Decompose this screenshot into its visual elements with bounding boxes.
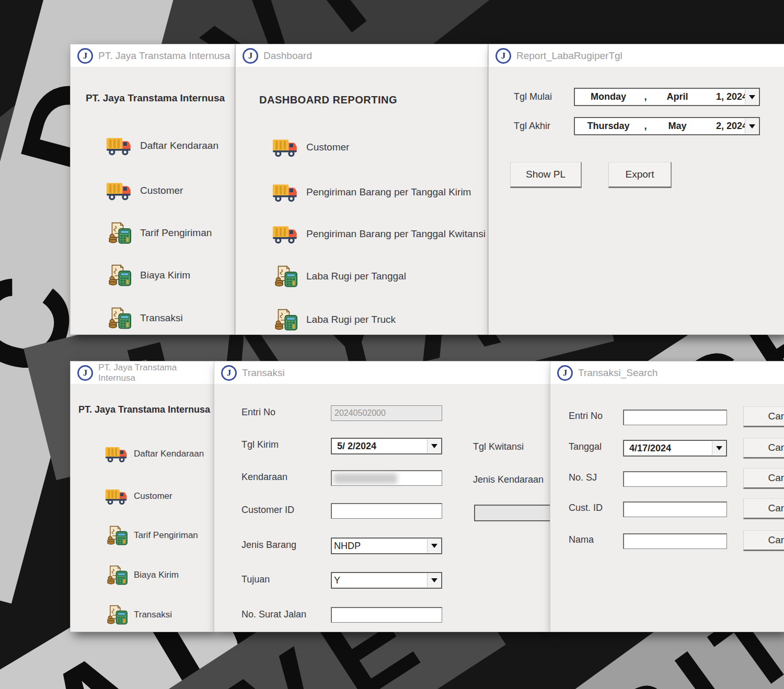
search-nama-label: Nama: [569, 534, 594, 545]
search-tanggal-datepicker[interactable]: 4/17/2024: [623, 440, 727, 457]
export-button[interactable]: Export: [608, 162, 672, 188]
calculator-receipt-icon: [272, 309, 299, 331]
tgl-mulai-datepicker[interactable]: Monday , April 1, 2024: [574, 88, 760, 106]
app-logo-icon: J: [77, 48, 93, 64]
kendaraan-label: Kendaraan: [241, 472, 287, 483]
tgl-mulai-label: Tgl Mulai: [514, 91, 552, 102]
chevron-down-icon[interactable]: [427, 439, 441, 453]
tgl-kwitansi-label: Tgl Kwitansi: [473, 441, 524, 452]
datepicker-day: Monday: [575, 91, 642, 102]
menu-label: Biaya Kirim: [134, 570, 179, 580]
titlebar[interactable]: J Dashboard: [236, 44, 488, 67]
tgl-kirim-datepicker[interactable]: 5/ 2/2024: [331, 438, 442, 454]
combo-value: Y: [332, 575, 340, 586]
window-title: Report_LabaRugiperTgl: [516, 50, 622, 62]
show-pl-button[interactable]: Show PL: [510, 162, 582, 188]
calculator-receipt-icon: [106, 222, 133, 244]
dashboard-item-pengiriman-per-tanggal-kwitansi[interactable]: Pengiriman Barang per Tanggal Kwitansi: [272, 223, 486, 245]
no-surat-jalan-label: No. Surat Jalan: [241, 609, 306, 620]
dashboard-item-pengiriman-per-tanggal-kirim[interactable]: Pengiriman Barang per Tanggal Kirim: [272, 181, 471, 203]
window-transaksi-search: J Transaksi_Search Entri No Cari Tanggal…: [550, 361, 784, 632]
menu-label: Customer: [306, 142, 349, 153]
chevron-down-icon[interactable]: [427, 539, 441, 553]
search-entri-no-field[interactable]: [623, 410, 727, 425]
app-logo-icon: J: [243, 48, 258, 64]
calculator-receipt-icon: [105, 605, 129, 625]
calculator-receipt-icon: [106, 264, 133, 286]
truck-icon: [272, 136, 299, 158]
combo-value: 4/17/2024: [624, 443, 671, 454]
tgl-akhir-label: Tgl Akhir: [514, 121, 550, 132]
search-no-sj-field[interactable]: [623, 471, 727, 487]
dashboard-item-laba-rugi-per-tanggal[interactable]: Laba Rugi per Tanggal: [272, 265, 406, 287]
window-title: PT. Jaya Transtama Internusa: [98, 363, 214, 383]
sidebar-item-tarif-pengiriman[interactable]: Tarif Pengiriman: [106, 222, 212, 244]
titlebar[interactable]: J Report_LabaRugiperTgl: [489, 44, 784, 67]
tujuan-combobox[interactable]: Y: [331, 572, 442, 589]
jenis-kendaraan-label: Jenis Kendaraan: [473, 474, 544, 485]
datepicker-day: Thursday: [575, 121, 642, 132]
chevron-down-icon[interactable]: [427, 574, 441, 587]
menu-label: Biaya Kirim: [140, 270, 190, 281]
sidebar-item-biaya-kirim[interactable]: Biaya Kirim: [105, 565, 179, 585]
cari-no-sj-button[interactable]: Cari: [743, 468, 784, 489]
jenis-kendaraan-field-partial[interactable]: [474, 505, 550, 521]
sidebar-item-customer[interactable]: Customer: [105, 486, 172, 506]
titlebar[interactable]: J Transaksi_Search: [550, 361, 784, 384]
jenis-barang-label: Jenis Barang: [241, 540, 296, 551]
sidebar-item-tarif-pengiriman[interactable]: Tarif Pengiriman: [105, 525, 198, 545]
sidebar-item-daftar-kendaraan[interactable]: Daftar Kendaraan: [106, 135, 218, 157]
cari-tanggal-button[interactable]: Cari: [743, 438, 784, 459]
calculator-receipt-icon: [105, 565, 129, 585]
search-cust-id-field[interactable]: [623, 501, 727, 517]
truck-icon: [272, 223, 299, 245]
search-no-sj-label: No. SJ: [569, 472, 597, 483]
titlebar[interactable]: J PT. Jaya Transtama Internusa: [71, 361, 214, 384]
jenis-barang-combobox[interactable]: NHDP: [331, 538, 442, 554]
cari-cust-id-button[interactable]: Cari: [743, 498, 784, 519]
entri-no-field: 20240502000: [331, 405, 442, 421]
window-title: Transaksi_Search: [578, 367, 658, 379]
kendaraan-field[interactable]: [331, 470, 442, 486]
tgl-kirim-label: Tgl Kirim: [241, 439, 279, 450]
datepicker-month: May: [649, 121, 706, 132]
window-title: PT. Jaya Transtama Internusa: [98, 50, 230, 62]
cari-entri-no-button[interactable]: Cari: [743, 406, 784, 427]
sidebar-item-transaksi[interactable]: Transaksi: [106, 307, 183, 329]
cari-nama-button[interactable]: Cari: [743, 530, 784, 551]
datepicker-comma: ,: [642, 91, 649, 102]
chevron-down-icon[interactable]: [745, 119, 758, 134]
dashboard-item-customer[interactable]: Customer: [272, 136, 349, 158]
tgl-akhir-datepicker[interactable]: Thursday , May 2, 2024: [574, 117, 760, 135]
search-tanggal-label: Tanggal: [569, 441, 602, 452]
truck-icon: [105, 486, 129, 506]
sidebar-item-daftar-kendaraan[interactable]: Daftar Kendaraan: [105, 444, 204, 464]
window-report-laba-rugi-per-tgl: J Report_LabaRugiperTgl Tgl Mulai Monday…: [489, 44, 784, 334]
truck-icon: [105, 444, 129, 464]
chevron-down-icon[interactable]: [712, 441, 725, 455]
desktop-background: VIL C D JAYA CREA ADV VE SITA J PT. Jaya…: [0, 0, 784, 689]
redacted-value: [333, 473, 397, 484]
combo-value: 5/ 2/2024: [332, 441, 376, 452]
calculator-receipt-icon: [106, 307, 133, 329]
sidebar-item-transaksi[interactable]: Transaksi: [105, 605, 172, 625]
sidebar-item-customer[interactable]: Customer: [106, 180, 183, 202]
titlebar[interactable]: J PT. Jaya Transtama Internusa: [71, 44, 235, 67]
menu-label: Tarif Pengiriman: [140, 227, 212, 239]
calculator-receipt-icon: [272, 265, 299, 287]
menu-label: Transaksi: [140, 312, 183, 324]
chevron-down-icon[interactable]: [745, 89, 758, 104]
app-logo-icon: J: [557, 365, 573, 381]
menu-label: Pengiriman Barang per Tanggal Kwitansi: [306, 228, 486, 240]
titlebar[interactable]: J Transaksi: [214, 361, 550, 384]
dashboard-item-laba-rugi-per-truck[interactable]: Laba Rugi per Truck: [272, 309, 396, 331]
calculator-receipt-icon: [105, 525, 129, 545]
customer-id-field[interactable]: [331, 503, 442, 519]
app-logo-icon: J: [221, 365, 237, 381]
search-nama-field[interactable]: [623, 533, 727, 549]
window-dashboard: J Dashboard DASHBOARD REPORTING Customer: [236, 44, 488, 334]
sidebar-item-biaya-kirim[interactable]: Biaya Kirim: [106, 264, 190, 286]
no-surat-jalan-field[interactable]: [331, 607, 442, 623]
entri-no-label: Entri No: [241, 407, 275, 418]
customer-id-label: Customer ID: [241, 505, 294, 516]
